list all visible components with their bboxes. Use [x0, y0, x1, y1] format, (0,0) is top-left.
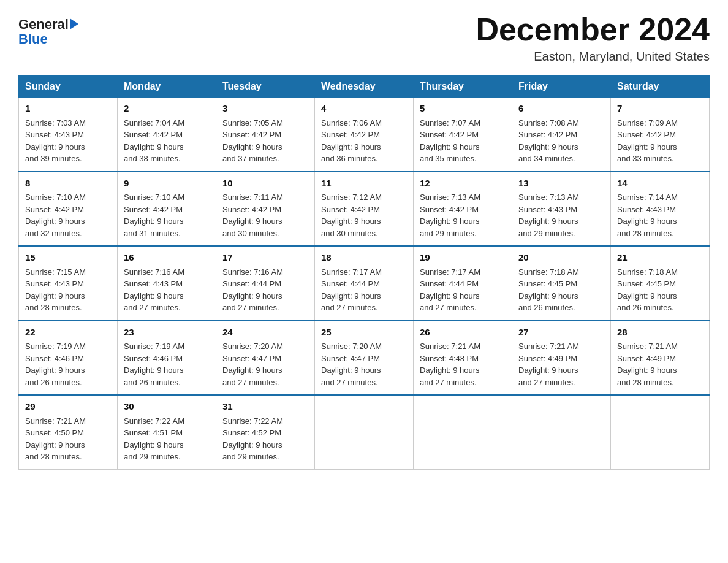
table-row: 15Sunrise: 7:15 AMSunset: 4:43 PMDayligh…: [19, 246, 118, 321]
logo-arrow-icon: [70, 18, 78, 29]
day-info: Sunrise: 7:13 AMSunset: 4:42 PMDaylight:…: [420, 191, 506, 239]
day-number: 21: [617, 251, 703, 265]
day-info: Sunrise: 7:17 AMSunset: 4:44 PMDaylight:…: [321, 266, 407, 314]
table-row: [315, 395, 414, 469]
page-header: General Blue December 2024 Easton, Maryl…: [18, 12, 710, 64]
day-number: 29: [25, 400, 111, 414]
day-info: Sunrise: 7:11 AMSunset: 4:42 PMDaylight:…: [222, 191, 308, 239]
day-number: 5: [420, 102, 506, 116]
day-info: Sunrise: 7:04 AMSunset: 4:42 PMDaylight:…: [124, 117, 210, 165]
logo: General Blue: [18, 17, 78, 47]
title-area: December 2024 Easton, Maryland, United S…: [476, 12, 710, 64]
day-number: 6: [518, 102, 604, 116]
header-saturday: Saturday: [611, 75, 710, 98]
table-row: [414, 395, 512, 469]
header-sunday: Sunday: [19, 75, 118, 98]
day-number: 14: [617, 177, 703, 191]
table-row: 3Sunrise: 7:05 AMSunset: 4:42 PMDaylight…: [216, 98, 315, 172]
day-info: Sunrise: 7:21 AMSunset: 4:49 PMDaylight:…: [518, 340, 604, 388]
calendar-week-row: 8Sunrise: 7:10 AMSunset: 4:42 PMDaylight…: [19, 172, 710, 247]
logo-line2: Blue: [18, 32, 48, 47]
header-monday: Monday: [118, 75, 216, 98]
day-number: 22: [25, 326, 111, 340]
day-info: Sunrise: 7:21 AMSunset: 4:48 PMDaylight:…: [420, 340, 506, 388]
table-row: [611, 395, 710, 469]
table-row: 2Sunrise: 7:04 AMSunset: 4:42 PMDaylight…: [118, 98, 216, 172]
day-number: 16: [124, 251, 210, 265]
day-number: 19: [420, 251, 506, 265]
header-tuesday: Tuesday: [216, 75, 315, 98]
day-number: 11: [321, 177, 407, 191]
table-row: 4Sunrise: 7:06 AMSunset: 4:42 PMDaylight…: [315, 98, 414, 172]
table-row: 13Sunrise: 7:13 AMSunset: 4:43 PMDayligh…: [512, 172, 611, 247]
calendar-week-row: 29Sunrise: 7:21 AMSunset: 4:50 PMDayligh…: [19, 395, 710, 469]
table-row: 5Sunrise: 7:07 AMSunset: 4:42 PMDaylight…: [414, 98, 512, 172]
day-info: Sunrise: 7:09 AMSunset: 4:42 PMDaylight:…: [617, 117, 703, 165]
day-number: 31: [222, 400, 308, 414]
day-number: 30: [124, 400, 210, 414]
table-row: 28Sunrise: 7:21 AMSunset: 4:49 PMDayligh…: [611, 321, 710, 396]
day-number: 1: [25, 102, 111, 116]
day-number: 15: [25, 251, 111, 265]
table-row: 25Sunrise: 7:20 AMSunset: 4:47 PMDayligh…: [315, 321, 414, 396]
day-number: 23: [124, 326, 210, 340]
day-info: Sunrise: 7:10 AMSunset: 4:42 PMDaylight:…: [124, 191, 210, 239]
day-number: 20: [518, 251, 604, 265]
table-row: 8Sunrise: 7:10 AMSunset: 4:42 PMDaylight…: [19, 172, 118, 247]
table-row: 26Sunrise: 7:21 AMSunset: 4:48 PMDayligh…: [414, 321, 512, 396]
calendar-week-row: 15Sunrise: 7:15 AMSunset: 4:43 PMDayligh…: [19, 246, 710, 321]
header-wednesday: Wednesday: [315, 75, 414, 98]
day-number: 26: [420, 326, 506, 340]
day-info: Sunrise: 7:15 AMSunset: 4:43 PMDaylight:…: [25, 266, 111, 314]
table-row: 18Sunrise: 7:17 AMSunset: 4:44 PMDayligh…: [315, 246, 414, 321]
day-number: 10: [222, 177, 308, 191]
calendar-body: 1Sunrise: 7:03 AMSunset: 4:43 PMDaylight…: [19, 98, 710, 470]
day-info: Sunrise: 7:10 AMSunset: 4:42 PMDaylight:…: [25, 191, 111, 239]
table-row: 6Sunrise: 7:08 AMSunset: 4:42 PMDaylight…: [512, 98, 611, 172]
calendar-table: Sunday Monday Tuesday Wednesday Thursday…: [18, 75, 710, 470]
table-row: 14Sunrise: 7:14 AMSunset: 4:43 PMDayligh…: [611, 172, 710, 247]
calendar-header: Sunday Monday Tuesday Wednesday Thursday…: [19, 75, 710, 98]
weekday-header-row: Sunday Monday Tuesday Wednesday Thursday…: [19, 75, 710, 98]
day-number: 7: [617, 102, 703, 116]
day-info: Sunrise: 7:16 AMSunset: 4:43 PMDaylight:…: [124, 266, 210, 314]
day-info: Sunrise: 7:07 AMSunset: 4:42 PMDaylight:…: [420, 117, 506, 165]
day-info: Sunrise: 7:22 AMSunset: 4:52 PMDaylight:…: [222, 415, 308, 463]
table-row: 11Sunrise: 7:12 AMSunset: 4:42 PMDayligh…: [315, 172, 414, 247]
day-info: Sunrise: 7:21 AMSunset: 4:49 PMDaylight:…: [617, 340, 703, 388]
table-row: 30Sunrise: 7:22 AMSunset: 4:51 PMDayligh…: [118, 395, 216, 469]
table-row: 29Sunrise: 7:21 AMSunset: 4:50 PMDayligh…: [19, 395, 118, 469]
day-info: Sunrise: 7:13 AMSunset: 4:43 PMDaylight:…: [518, 191, 604, 239]
header-thursday: Thursday: [414, 75, 512, 98]
table-row: [512, 395, 611, 469]
month-title: December 2024: [476, 12, 710, 47]
calendar-week-row: 22Sunrise: 7:19 AMSunset: 4:46 PMDayligh…: [19, 321, 710, 396]
table-row: 1Sunrise: 7:03 AMSunset: 4:43 PMDaylight…: [19, 98, 118, 172]
table-row: 20Sunrise: 7:18 AMSunset: 4:45 PMDayligh…: [512, 246, 611, 321]
day-info: Sunrise: 7:08 AMSunset: 4:42 PMDaylight:…: [518, 117, 604, 165]
day-number: 3: [222, 102, 308, 116]
day-info: Sunrise: 7:20 AMSunset: 4:47 PMDaylight:…: [321, 340, 407, 388]
day-info: Sunrise: 7:12 AMSunset: 4:42 PMDaylight:…: [321, 191, 407, 239]
day-info: Sunrise: 7:17 AMSunset: 4:44 PMDaylight:…: [420, 266, 506, 314]
day-info: Sunrise: 7:16 AMSunset: 4:44 PMDaylight:…: [222, 266, 308, 314]
day-number: 4: [321, 102, 407, 116]
day-number: 2: [124, 102, 210, 116]
day-info: Sunrise: 7:19 AMSunset: 4:46 PMDaylight:…: [124, 340, 210, 388]
day-info: Sunrise: 7:22 AMSunset: 4:51 PMDaylight:…: [124, 415, 210, 463]
day-number: 8: [25, 177, 111, 191]
logo-line1: General: [18, 17, 78, 32]
day-info: Sunrise: 7:19 AMSunset: 4:46 PMDaylight:…: [25, 340, 111, 388]
table-row: 24Sunrise: 7:20 AMSunset: 4:47 PMDayligh…: [216, 321, 315, 396]
day-info: Sunrise: 7:14 AMSunset: 4:43 PMDaylight:…: [617, 191, 703, 239]
day-number: 17: [222, 251, 308, 265]
day-info: Sunrise: 7:20 AMSunset: 4:47 PMDaylight:…: [222, 340, 308, 388]
day-number: 9: [124, 177, 210, 191]
day-number: 18: [321, 251, 407, 265]
table-row: 10Sunrise: 7:11 AMSunset: 4:42 PMDayligh…: [216, 172, 315, 247]
day-info: Sunrise: 7:18 AMSunset: 4:45 PMDaylight:…: [617, 266, 703, 314]
day-info: Sunrise: 7:05 AMSunset: 4:42 PMDaylight:…: [222, 117, 308, 165]
header-friday: Friday: [512, 75, 611, 98]
day-number: 24: [222, 326, 308, 340]
table-row: 21Sunrise: 7:18 AMSunset: 4:45 PMDayligh…: [611, 246, 710, 321]
